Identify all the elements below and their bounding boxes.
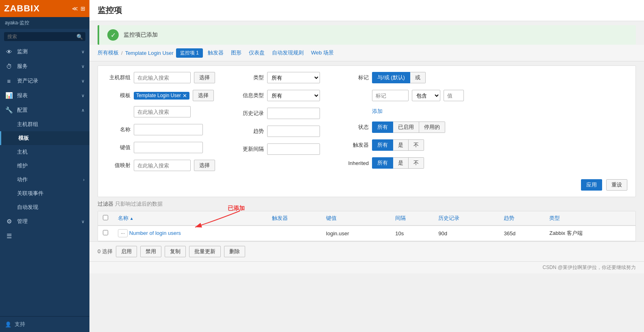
status-all-btn[interactable]: 所有 xyxy=(372,122,393,133)
sidebar-item-maintenance[interactable]: 维护 xyxy=(0,159,89,173)
tag-condition-select[interactable]: 包含 等于 xyxy=(412,90,440,101)
delete-btn[interactable]: 删除 xyxy=(224,246,245,257)
chevron-down-icon: ∨ xyxy=(81,93,85,98)
page-title: 监控项 xyxy=(89,0,644,21)
row-menu-btn[interactable]: ··· xyxy=(118,229,128,237)
template-select-btn[interactable]: 选择 xyxy=(193,90,214,101)
col-history[interactable]: 历史记录 xyxy=(433,211,499,226)
item-name-link[interactable]: Number of login users xyxy=(129,230,181,236)
table-wrapper: 已添加 名称 触发器 键值 间隔 历史记录 xyxy=(89,211,644,241)
row-type: Zabbix 客户端 xyxy=(544,226,635,241)
sidebar-item-service[interactable]: ⏱ 服务 ∨ xyxy=(0,59,89,74)
col-interval[interactable]: 间隔 xyxy=(390,211,433,226)
tab-web[interactable]: Web 场景 xyxy=(309,48,336,58)
host-group-select-btn[interactable]: 选择 xyxy=(194,72,215,83)
update-interval-input[interactable] xyxy=(267,143,320,155)
sidebar-item-host-group[interactable]: 主机群组 xyxy=(0,117,89,131)
sidebar-item-config[interactable]: 🔧 配置 ∧ xyxy=(0,103,89,117)
host-group-input[interactable] xyxy=(134,72,191,83)
sidebar-item-admin[interactable]: ⚙ 管理 ∨ xyxy=(0,214,89,229)
tab-dashboard[interactable]: 仪表盘 xyxy=(246,48,267,58)
tag-logic-or-btn[interactable]: 或 xyxy=(410,72,426,83)
add-tag-link[interactable]: 添加 xyxy=(372,108,383,115)
tab-triggers[interactable]: 触发器 xyxy=(205,48,226,58)
reset-btn[interactable]: 重设 xyxy=(606,179,627,191)
trigger-no-btn[interactable]: 不 xyxy=(409,139,424,151)
support-label: 支持 xyxy=(15,321,25,328)
tag-value-input[interactable] xyxy=(444,90,464,101)
enable-btn[interactable]: 启用 xyxy=(116,246,137,257)
sidebar-item-report[interactable]: 📊 报表 ∨ xyxy=(0,88,89,103)
info-type-select[interactable]: 所有 数字(无正负) 字符 xyxy=(267,90,320,101)
inherited-yes-btn[interactable]: 是 xyxy=(393,157,409,169)
type-select[interactable]: 所有 Zabbix 客户端 SNMP xyxy=(267,72,320,83)
menu-icon: ☰ xyxy=(5,232,13,240)
template-tag: Template Login User ✕ xyxy=(134,92,189,100)
service-icon: ⏱ xyxy=(5,63,13,70)
trigger-toggle: 所有 是 不 xyxy=(372,139,424,151)
sidebar-item-action[interactable]: 动作› xyxy=(0,173,89,187)
status-disabled-btn[interactable]: 停用的 xyxy=(419,122,445,133)
filter-row-inherited: Inherited 所有 是 不 xyxy=(344,157,464,169)
history-input[interactable] xyxy=(267,108,320,119)
copy-btn[interactable]: 复制 xyxy=(165,246,186,257)
col-key[interactable]: 键值 xyxy=(321,211,390,226)
col-name[interactable]: 名称 xyxy=(113,211,267,226)
sidebar-item-template[interactable]: 模板 xyxy=(0,131,89,145)
row-checkbox[interactable] xyxy=(103,230,108,235)
trigger-yes-btn[interactable]: 是 xyxy=(393,139,409,151)
key-input[interactable] xyxy=(134,142,203,153)
tab-discovery[interactable]: 自动发现规则 xyxy=(270,48,306,58)
trend-input[interactable] xyxy=(267,126,320,137)
search-input[interactable] xyxy=(4,32,85,41)
footer: CSDN @莱伊拉啊莱伊拉，你还要继续努力 xyxy=(89,261,644,273)
valuemap-input[interactable] xyxy=(134,160,191,171)
sidebar-bottom-support[interactable]: 👤 支持 xyxy=(0,316,89,332)
disable-btn[interactable]: 禁用 xyxy=(140,246,161,257)
apply-btn[interactable]: 应用 xyxy=(581,179,602,191)
sidebar-item-menu[interactable]: ☰ xyxy=(0,229,89,243)
tab-graphs[interactable]: 图形 xyxy=(228,48,244,58)
trigger-all-btn[interactable]: 所有 xyxy=(372,139,393,151)
collapse-icon[interactable]: ≪ xyxy=(72,5,78,12)
chevron-up-icon: ∧ xyxy=(81,108,85,113)
status-enabled-btn[interactable]: 已启用 xyxy=(393,122,419,133)
sidebar-item-auto-discover[interactable]: 自动发现 xyxy=(0,200,89,214)
monitor-icon: 👁 xyxy=(5,48,13,55)
filter-col-3: 标记 与/或 (默认) 或 包含 等于 xyxy=(344,72,464,174)
col-type[interactable]: 类型 xyxy=(544,211,635,226)
inherited-no-btn[interactable]: 不 xyxy=(409,157,424,169)
success-icon: ✓ xyxy=(107,29,119,41)
filter-area: 主机群组 选择 模板 Template Login User ✕ 选择 xyxy=(98,65,636,197)
col-triggers[interactable]: 触发器 xyxy=(267,211,321,226)
filter-row-host-group: 主机群组 选择 xyxy=(106,72,215,83)
success-banner: ✓ 监控项已添加 xyxy=(98,25,636,45)
filter-note: 只影响过滤后的数据 xyxy=(115,201,163,207)
name-input[interactable] xyxy=(134,124,203,135)
col-trend[interactable]: 趋势 xyxy=(499,211,544,226)
filter-row-tag-fields: 包含 等于 xyxy=(344,90,464,101)
valuemap-select-btn[interactable]: 选择 xyxy=(194,160,215,171)
sidebar-item-host[interactable]: 主机 xyxy=(0,145,89,159)
chevron-down-icon: ∨ xyxy=(81,49,85,54)
trigger-label: 触发器 xyxy=(344,141,369,149)
tag-name-input[interactable] xyxy=(372,90,409,101)
sidebar-item-related-event[interactable]: 关联项事件 xyxy=(0,187,89,200)
batch-update-btn[interactable]: 批量更新 xyxy=(189,246,221,257)
zabbix-logo: ZABBIX xyxy=(4,3,40,14)
sidebar-item-monitor[interactable]: 👁 监测 ∨ xyxy=(0,44,89,59)
sidebar-item-label: 报表 xyxy=(17,92,77,99)
select-all-checkbox[interactable] xyxy=(103,215,108,220)
template-tag-close[interactable]: ✕ xyxy=(183,93,187,99)
breadcrumb-template-name[interactable]: Template Login User xyxy=(125,50,174,56)
filter-prefix: 过滤器 xyxy=(98,201,113,207)
breadcrumb-all-templates[interactable]: 所有模板 xyxy=(98,49,119,56)
breadcrumb-sep: / xyxy=(121,50,123,56)
sidebar-item-assets[interactable]: ≡ 资产记录 ∨ xyxy=(0,74,89,88)
tag-logic-and-or-btn[interactable]: 与/或 (默认) xyxy=(372,72,410,83)
inherited-all-btn[interactable]: 所有 xyxy=(372,157,393,169)
expand-icon[interactable]: ⊞ xyxy=(80,5,85,12)
tab-items[interactable]: 监控项 1 xyxy=(176,48,203,58)
template-search-input[interactable] xyxy=(134,106,191,117)
filter-row-history: 历史记录 xyxy=(239,108,320,119)
